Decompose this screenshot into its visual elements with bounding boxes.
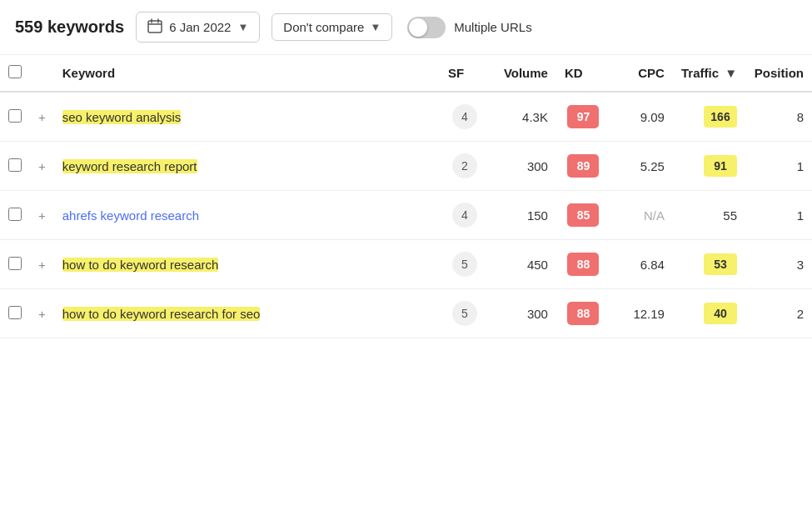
select-all-header [0, 55, 30, 92]
sf-badge: 4 [452, 203, 477, 228]
keyword-text: seo keyword analysis [62, 110, 182, 124]
date-label: 6 Jan 2022 [169, 20, 231, 34]
table-row: +seo keyword analysis44.3K979.091668 [0, 92, 812, 142]
kd-badge: 89 [567, 154, 599, 178]
volume-cell: 4.3K [490, 92, 556, 142]
traffic-cell: 40 [673, 289, 745, 338]
table-header-row: Keyword SF Volume KD CPC Traffic ▼ Posit… [0, 55, 812, 92]
row-checkbox[interactable] [8, 158, 22, 172]
keyword-text: keyword research report [62, 159, 197, 173]
table-row: +how to do keyword research for seo53008… [0, 289, 812, 338]
add-row-button[interactable]: + [30, 240, 54, 289]
keyword-text: how to do keyword research [62, 258, 219, 272]
sf-cell: 4 [440, 92, 490, 142]
volume-cell: 300 [490, 289, 556, 338]
kd-cell: 97 [556, 92, 610, 142]
compare-label: Don't compare [283, 20, 364, 34]
volume-cell: 450 [490, 240, 556, 289]
traffic-badge: 40 [704, 303, 737, 324]
sf-col-header: SF [440, 55, 490, 92]
kd-cell: 89 [556, 142, 610, 191]
chevron-down-icon: ▼ [370, 21, 381, 33]
kd-cell: 88 [556, 289, 610, 338]
cpc-cell: N/A [610, 191, 673, 240]
keyword-cell: ahrefs keyword research [54, 191, 440, 240]
traffic-cell: 53 [673, 240, 745, 289]
compare-button[interactable]: Don't compare ▼ [271, 13, 392, 41]
toggle-label: Multiple URLs [454, 20, 531, 34]
keyword-cell: keyword research report [54, 142, 440, 191]
traffic-cell: 166 [673, 92, 745, 142]
row-checkbox-cell [0, 142, 30, 191]
toggle-knob [409, 18, 427, 37]
traffic-sort-arrow: ▼ [725, 66, 737, 80]
traffic-badge: 91 [704, 155, 737, 177]
traffic-badge: 53 [704, 253, 737, 275]
calendar-icon [147, 18, 162, 36]
date-picker-button[interactable]: 6 Jan 2022 ▼ [136, 12, 260, 43]
select-all-checkbox[interactable] [8, 65, 22, 78]
cpc-col-header: CPC [610, 55, 673, 92]
table-row: +how to do keyword research5450886.84533 [0, 240, 812, 289]
row-checkbox-cell [0, 92, 30, 142]
sf-cell: 2 [440, 142, 490, 191]
keyword-cell: how to do keyword research for seo [54, 289, 440, 338]
keyword-link[interactable]: ahrefs keyword research [62, 208, 199, 223]
sf-badge: 5 [452, 252, 477, 277]
sf-cell: 5 [440, 240, 490, 289]
cpc-cell: 9.09 [610, 92, 673, 142]
row-checkbox-cell [0, 289, 30, 338]
kd-badge: 85 [567, 203, 599, 227]
cpc-cell: 5.25 [610, 142, 673, 191]
row-checkbox-cell [0, 191, 30, 240]
traffic-cell: 91 [673, 142, 745, 191]
sf-badge: 5 [452, 301, 477, 326]
keyword-text: how to do keyword research for seo [62, 307, 261, 321]
sf-cell: 4 [440, 191, 490, 240]
row-checkbox-cell [0, 240, 30, 289]
add-row-button[interactable]: + [30, 92, 54, 142]
svg-rect-0 [148, 21, 162, 33]
traffic-cell: 55 [673, 191, 745, 240]
row-checkbox[interactable] [8, 306, 22, 319]
cpc-cell: 6.84 [610, 240, 673, 289]
multiple-urls-toggle-area: Multiple URLs [407, 17, 531, 38]
keyword-count: 559 keywords [15, 18, 124, 37]
row-checkbox[interactable] [8, 109, 22, 123]
position-cell: 1 [745, 191, 812, 240]
kd-col-header: KD [556, 55, 610, 92]
multiple-urls-toggle[interactable] [407, 17, 446, 38]
sf-badge: 4 [452, 104, 477, 129]
position-cell: 1 [745, 142, 812, 191]
top-bar: 559 keywords 6 Jan 2022 ▼ Don't compare … [0, 0, 812, 55]
traffic-col-header[interactable]: Traffic ▼ [673, 55, 745, 92]
sf-badge: 2 [452, 153, 477, 178]
table-row: +keyword research report2300895.25911 [0, 142, 812, 191]
keyword-cell: how to do keyword research [54, 240, 440, 289]
traffic-badge: 166 [704, 106, 737, 128]
keyword-cell: seo keyword analysis [54, 92, 440, 142]
table-row: +ahrefs keyword research415085N/A551 [0, 191, 812, 240]
row-checkbox[interactable] [8, 208, 22, 221]
add-row-button[interactable]: + [30, 142, 54, 191]
position-cell: 2 [745, 289, 812, 338]
row-checkbox[interactable] [8, 257, 22, 270]
sf-cell: 5 [440, 289, 490, 338]
kd-badge: 97 [567, 105, 599, 128]
position-cell: 3 [745, 240, 812, 289]
volume-cell: 300 [490, 142, 556, 191]
kd-cell: 88 [556, 240, 610, 289]
kd-badge: 88 [567, 302, 599, 325]
chevron-down-icon: ▼ [237, 21, 248, 33]
add-col-header [30, 55, 54, 92]
position-cell: 8 [745, 92, 812, 142]
volume-cell: 150 [490, 191, 556, 240]
kd-badge: 88 [567, 253, 599, 276]
add-row-button[interactable]: + [30, 289, 54, 338]
kd-cell: 85 [556, 191, 610, 240]
position-col-header: Position [745, 55, 812, 92]
volume-col-header: Volume [490, 55, 556, 92]
keyword-col-header: Keyword [54, 55, 440, 92]
add-row-button[interactable]: + [30, 191, 54, 240]
cpc-cell: 12.19 [610, 289, 673, 338]
